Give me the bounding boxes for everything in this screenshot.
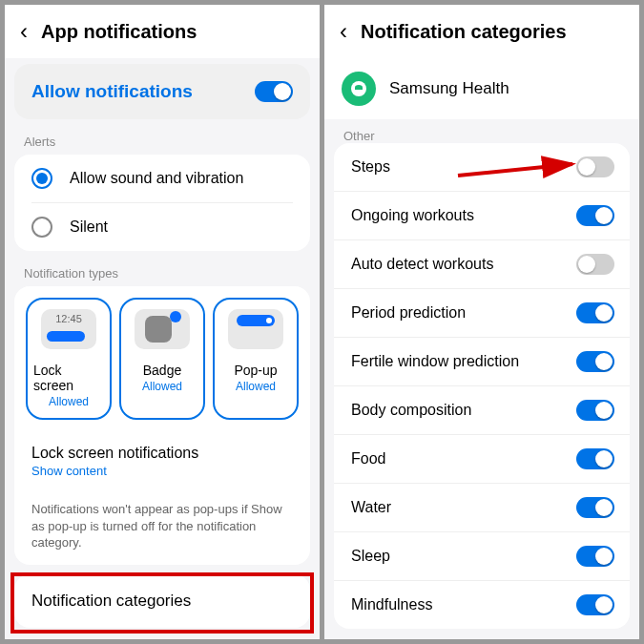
category-label: Mindfulness	[351, 596, 576, 613]
header: ‹ Notification categories	[324, 5, 639, 58]
type-status: Allowed	[236, 380, 276, 393]
lock-screen-notifications-row[interactable]: Lock screen notifications Show content	[14, 431, 310, 491]
category-label: Period prediction	[351, 304, 576, 322]
alert-option-sound-vibration[interactable]: Allow sound and vibration	[14, 155, 310, 202]
category-row[interactable]: Auto detect workouts	[334, 240, 630, 289]
category-toggle[interactable]	[576, 351, 614, 372]
screen-app-notifications: ‹ App notifications Allow notifications …	[5, 5, 320, 639]
category-row[interactable]: Fertile window prediction	[334, 338, 630, 386]
screen-notification-categories: ‹ Notification categories Samsung Health…	[324, 5, 639, 639]
alert-option-silent[interactable]: Silent	[14, 203, 310, 251]
alerts-section-label: Alerts	[5, 125, 320, 149]
notification-categories-row[interactable]: Notification categories	[14, 574, 310, 628]
page-title: App notifications	[41, 21, 197, 43]
hint-text: Notifications won't appear as pop-ups if…	[14, 491, 310, 565]
badge-icon	[135, 309, 190, 349]
highlight-annotation	[10, 572, 314, 634]
type-lock-screen[interactable]: 12:45 Lock screen Allowed	[26, 298, 112, 420]
category-row[interactable]: Ongoing workouts	[334, 192, 630, 240]
type-status: Allowed	[49, 395, 89, 408]
types-section: 12:45 Lock screen Allowed Badge Allowed …	[14, 286, 310, 565]
alert-label: Allow sound and vibration	[70, 170, 243, 187]
type-popup[interactable]: Pop-up Allowed	[213, 298, 299, 420]
page-title: Notification categories	[361, 21, 567, 43]
allow-notifications-toggle[interactable]	[255, 81, 293, 102]
category-label: Water	[351, 499, 576, 516]
type-badge[interactable]: Badge Allowed	[119, 298, 205, 420]
category-toggle[interactable]	[576, 156, 614, 177]
back-icon[interactable]: ‹	[340, 18, 347, 45]
category-toggle[interactable]	[576, 497, 614, 518]
category-row[interactable]: Water	[334, 484, 630, 532]
category-toggle[interactable]	[576, 400, 614, 421]
category-toggle[interactable]	[576, 302, 614, 323]
type-label: Lock screen	[33, 363, 104, 393]
radio-icon	[31, 168, 52, 189]
category-toggle[interactable]	[576, 546, 614, 567]
back-icon[interactable]: ‹	[20, 18, 28, 45]
lock-screen-notifications-label: Lock screen notifications	[31, 445, 293, 462]
allow-notifications-row[interactable]: Allow notifications	[14, 64, 310, 119]
type-label: Pop-up	[234, 363, 277, 378]
category-row[interactable]: Sleep	[334, 532, 630, 581]
header: ‹ App notifications	[5, 5, 320, 58]
category-row[interactable]: Body composition	[334, 386, 630, 435]
category-label: Steps	[351, 158, 576, 176]
category-label: Ongoing workouts	[351, 207, 576, 224]
category-row[interactable]: Steps	[334, 143, 630, 192]
allow-notifications-label: Allow notifications	[31, 81, 255, 102]
types-section-label: Notification types	[5, 257, 320, 280]
category-label: Food	[351, 450, 576, 467]
category-label: Body composition	[351, 402, 576, 419]
radio-icon	[31, 217, 52, 238]
categories-list: StepsOngoing workoutsAuto detect workout…	[334, 143, 630, 629]
category-row[interactable]: Period prediction	[334, 289, 630, 338]
alert-label: Silent	[70, 218, 108, 236]
lock-screen-icon: 12:45	[41, 309, 96, 349]
category-row[interactable]: Food	[334, 435, 630, 484]
app-name: Samsung Health	[389, 79, 509, 98]
category-toggle[interactable]	[576, 448, 614, 469]
app-identity-row: Samsung Health	[324, 58, 639, 119]
category-toggle[interactable]	[576, 594, 614, 615]
lock-screen-notifications-sub: Show content	[31, 464, 293, 478]
category-label: Fertile window prediction	[351, 353, 576, 370]
type-label: Badge	[143, 363, 181, 378]
category-row[interactable]: Mindfulness	[334, 581, 630, 629]
category-label: Sleep	[351, 548, 576, 565]
other-section-label: Other	[324, 119, 639, 143]
category-label: Auto detect workouts	[351, 256, 576, 273]
category-toggle[interactable]	[576, 254, 614, 275]
popup-icon	[228, 309, 283, 349]
category-toggle[interactable]	[576, 205, 614, 226]
type-status: Allowed	[142, 380, 182, 393]
samsung-health-icon	[342, 72, 376, 106]
alerts-section: Allow sound and vibration Silent	[14, 155, 310, 251]
